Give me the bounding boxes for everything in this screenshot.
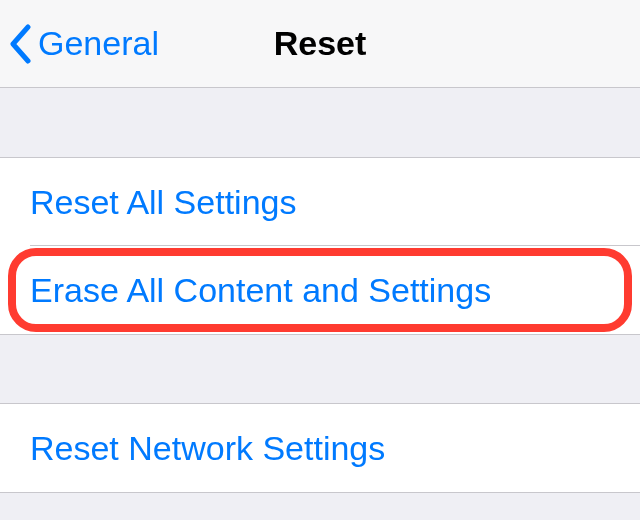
chevron-left-icon xyxy=(8,24,32,64)
section-gap xyxy=(0,492,640,512)
back-button[interactable]: General xyxy=(8,24,159,64)
list-item-label: Erase All Content and Settings xyxy=(30,271,491,310)
list-item-label: Reset Network Settings xyxy=(30,429,385,468)
reset-network-settings[interactable]: Reset Network Settings xyxy=(0,404,640,492)
section-gap xyxy=(0,88,640,158)
erase-all-content-and-settings[interactable]: Erase All Content and Settings xyxy=(0,246,640,334)
back-label: General xyxy=(38,24,159,63)
navigation-bar: General Reset xyxy=(0,0,640,88)
section-gap xyxy=(0,334,640,404)
list-item-label: Reset All Settings xyxy=(30,183,296,222)
reset-all-settings[interactable]: Reset All Settings xyxy=(0,158,640,246)
page-title: Reset xyxy=(274,24,367,63)
